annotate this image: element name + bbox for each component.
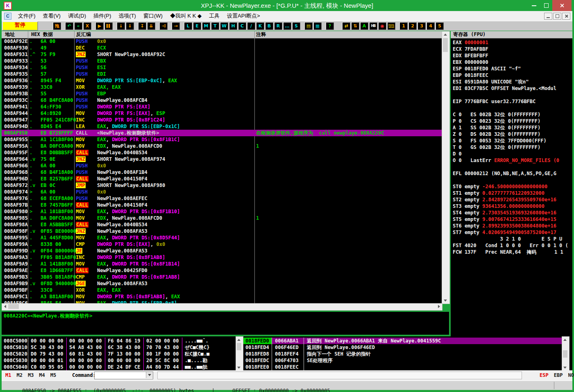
- register-line[interactable]: ST6 empty 2.8992399350038604800e+16: [451, 223, 572, 229]
- dump-row[interactable]: 008C500000 00 00 0000 00 00 00F6 04 86 1…: [2, 338, 236, 344]
- scrollbar-thumb[interactable]: [563, 350, 567, 358]
- options-icon[interactable]: ▤: [304, 22, 313, 30]
- memory-tab-m4[interactable]: M4: [39, 372, 45, 378]
- register-line[interactable]: FCW 137F Prec NEAR,64 掩码 1 1: [451, 249, 572, 255]
- registers-header[interactable]: 寄存器 (FPU): [451, 31, 572, 38]
- scroll-down-icon[interactable]: [237, 367, 240, 369]
- dump-row[interactable]: 008C503000 00 00 0100 00 00 0000 00 00 0…: [2, 357, 236, 364]
- column-header-hex[interactable]: HEX 数据: [31, 31, 53, 38]
- step-into-icon[interactable]: ↓: [117, 22, 125, 30]
- register-line[interactable]: Z 0 DS 002B 32位 0(FFFFFFFF): [451, 131, 572, 137]
- mdi-restore-button[interactable]: [553, 13, 561, 20]
- stack-flag-ebp[interactable]: EBP: [554, 372, 563, 378]
- disasm-row[interactable]: 008AF939.33C0XOREAX, EAX: [2, 84, 442, 90]
- disasm-row[interactable]: 008AF933.53PUSHEBX: [2, 58, 442, 64]
- assemble-icon[interactable]: A: [360, 22, 368, 30]
- stack-row[interactable]: 0018FED4006F46ED返回到 NewPlaye.006F46ED: [243, 344, 562, 351]
- goto-address-icon[interactable]: →: [172, 22, 180, 30]
- register-line[interactable]: ST2 empty 2.8428972654395509760e+16: [451, 196, 572, 203]
- register-line[interactable]: ST0 empty -246.50000000000000000: [451, 183, 572, 190]
- stack-flag-none[interactable]: NONE: [568, 372, 574, 378]
- menu-item[interactable]: 工具: [205, 11, 223, 21]
- pause-status-button[interactable]: 暂停: [2, 21, 38, 31]
- register-line[interactable]: EDI 03CF7B5C OFFSET NewPlaye.<Modul: [451, 85, 572, 92]
- dump-row[interactable]: 008C50105C 30 43 0054 A8 43 006C 38 43 0…: [2, 344, 236, 351]
- scrollbar-thumb[interactable]: [8, 304, 19, 309]
- scroll-down-icon[interactable]: [563, 367, 567, 369]
- command-input[interactable]: [94, 372, 153, 379]
- disasm-row[interactable]: 008AF9B3.3B05 B81A8F0CMPEAX, DWORD PTR D…: [2, 274, 442, 280]
- column-header-address[interactable]: 地址: [5, 31, 15, 38]
- scroll-left-icon[interactable]: [4, 305, 6, 308]
- disasm-row[interactable]: 008AF9B9.v0F8D 9400000JGENewPlaye.008AFA…: [2, 280, 442, 287]
- disasm-row[interactable]: 008AF99A.8338 00CMPDWORD PTR DS:[EAX], 0…: [2, 241, 442, 248]
- register-line[interactable]: ESI 0591DA80 UNICODE "垸n": [451, 79, 572, 85]
- desktop-1-button[interactable]: 1: [399, 22, 408, 30]
- disasm-row[interactable]: 008AF941.64:FF30PUSHDWORD PTR FS:[EAX]: [2, 104, 442, 110]
- memory-tab-m2[interactable]: M2: [16, 372, 22, 378]
- drag-button[interactable]: 拖: [53, 22, 61, 30]
- stack-row[interactable]: 0018FED00066ABA1返回到 NewPlaye.0066ABA1 来自…: [243, 338, 562, 344]
- disasm-row[interactable]: 008AF950E8 B728FFFFCALL<NewPlaye.检测翻录软件>…: [2, 130, 442, 136]
- register-line[interactable]: FST 4020 Cond 1 0 0 0 Err 0 0 1 0 (: [451, 242, 572, 249]
- register-line[interactable]: EDX BFEBFBFF: [451, 52, 572, 59]
- dump-row[interactable]: 008C5040C0 0D 95 0500 00 00 00DE 24 DF C…: [2, 364, 236, 370]
- info-panel[interactable]: 008A220C=<NewPlaye.检测翻录软件>: [2, 312, 449, 335]
- register-line[interactable]: T 0 GS 002B 32位 0(FFFFFFFF): [451, 144, 572, 151]
- sync-icon[interactable]: ⇅: [351, 22, 359, 30]
- disasm-row[interactable]: 008AF97B.E8 7457B6FFCALLNewPlaye.004150F…: [2, 202, 442, 208]
- disasm-row[interactable]: 008AF944.64:8920MOVDWORD PTR FS:[EAX], E…: [2, 110, 442, 117]
- register-line[interactable]: EIP 7776BFBC user32.7776BFBC: [451, 98, 572, 105]
- step-back-icon[interactable]: «: [74, 22, 82, 30]
- disasm-row[interactable]: 008AF968.68 B4F18A00PUSHNewPlaye.008AF1B…: [2, 169, 442, 176]
- disasm-row[interactable]: 008AF94D.8D45 E4LEAEAX, DWORD PTR SS:[EB…: [2, 123, 442, 130]
- disasm-row[interactable]: 008AF974>6A 00PUSH0x0: [2, 189, 442, 195]
- run-trace-button[interactable]: …: [283, 22, 291, 30]
- scrollbar-thumb[interactable]: [443, 38, 448, 52]
- column-header-comment[interactable]: 注释: [256, 31, 266, 38]
- disassembly-hscrollbar[interactable]: [2, 303, 442, 311]
- disasm-row[interactable]: 008AF9AE.E8 1D66B7FFCALLNewPlaye.00425FD…: [2, 267, 442, 274]
- cpu-window-button[interactable]: C: [238, 22, 246, 30]
- register-line[interactable]: A 1 SS 002B 32位 0(FFFFFFFF): [451, 124, 572, 131]
- register-line[interactable]: EBX 00000000: [451, 59, 572, 65]
- menu-item[interactable]: 窗口(W): [140, 11, 166, 21]
- patches-button[interactable]: /: [247, 22, 255, 30]
- register-line[interactable]: [451, 92, 572, 98]
- run-icon[interactable]: ▶: [95, 22, 104, 30]
- register-line[interactable]: ECX 7FDAFBBF: [451, 46, 572, 52]
- disasm-row[interactable]: 008AF980>A1 101B8F00MOVEAX, DWORD PTR DS…: [2, 208, 442, 215]
- disasm-row[interactable]: 008AF9C1.A3 B81A8F00MOVDWORD PTR DS:[0x8…: [2, 293, 442, 300]
- menu-item[interactable]: ◆我叫 K K ◆: [166, 11, 205, 21]
- register-line[interactable]: O 0 LastErr ERROR_NO_MORE_FILES (0: [451, 157, 572, 164]
- memory-tab-m3[interactable]: M3: [28, 372, 34, 378]
- disasm-row[interactable]: 008AF93C.68 B4FC8A00PUSHNewPlaye.008AFCB…: [2, 97, 442, 104]
- appearance-icon[interactable]: ▦: [313, 22, 322, 30]
- scrollbar-thumb[interactable]: [237, 343, 241, 350]
- disasm-row[interactable]: 008AF98F.v0F85 BE00000JNZNewPlaye.008AFA…: [2, 228, 442, 234]
- disasm-row[interactable]: 008AF935.57PUSHEDI: [2, 71, 442, 77]
- trace-into-icon[interactable]: ↧: [138, 22, 146, 30]
- disasm-row[interactable]: 008AF92E.6A 00PUSH0x0: [2, 38, 442, 45]
- register-line[interactable]: EBP 0018FEEC: [451, 72, 572, 79]
- stack-flag-esp[interactable]: ESP: [540, 372, 549, 378]
- register-line[interactable]: ST3 empty 93641356.000000000000: [451, 203, 572, 210]
- hardware-breakpoint-icon[interactable]: HB: [369, 22, 377, 30]
- stack-row[interactable]: 0018FEE00018FEEC: [243, 364, 562, 370]
- disasm-row[interactable]: 008AF930.49DECECX: [2, 45, 442, 51]
- close-process-icon[interactable]: X: [83, 22, 91, 30]
- executables-button[interactable]: E: [193, 22, 201, 30]
- register-line[interactable]: D 0: [451, 151, 572, 157]
- disasm-row[interactable]: 008AF9C6.8B45 F4MOVEAX, DWORD PTR SS:[EB…: [2, 300, 442, 303]
- mdi-minimize-button[interactable]: [544, 13, 552, 20]
- register-line[interactable]: [451, 164, 572, 170]
- desktop-4-button[interactable]: 4: [427, 22, 435, 30]
- call-stack-button[interactable]: K: [256, 22, 264, 30]
- target-icon[interactable]: ◉: [378, 22, 386, 30]
- trace-over-icon[interactable]: ⇊: [147, 22, 155, 30]
- menu-item[interactable]: 设置API断点>: [223, 11, 264, 21]
- stack-row[interactable]: 0018FEDC006F4703SE处理程序: [243, 357, 562, 364]
- swap-direction-icon[interactable]: ⇄: [342, 22, 350, 30]
- references-button[interactable]: R: [274, 22, 282, 30]
- menu-item[interactable]: 文件(F): [14, 11, 39, 21]
